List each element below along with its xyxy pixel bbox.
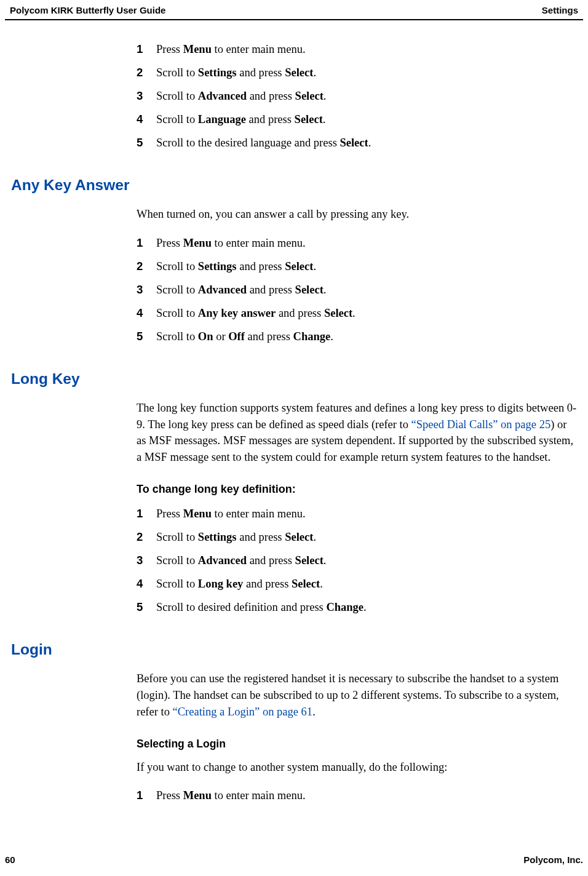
step-text: Scroll to Settings and press Select.: [156, 526, 577, 549]
subheading-selecting-login: Selecting a Login: [137, 738, 577, 751]
list-item: 3Scroll to Advanced and press Select.: [137, 278, 577, 301]
list-item: 1Press Menu to enter main menu.: [137, 231, 577, 255]
step-number: 4: [137, 301, 156, 324]
list-item: 2Scroll to Settings and press Select.: [137, 255, 577, 278]
list-item: 4Scroll to Any key answer and press Sele…: [137, 301, 577, 325]
heading-login: Login: [11, 641, 577, 658]
list-item: 3Scroll to Advanced and press Select.: [137, 549, 577, 572]
step-text: Scroll to Settings and press Select.: [156, 62, 577, 84]
company-name: Polycom, Inc.: [523, 854, 583, 865]
step-text: Scroll to Advanced and press Select.: [156, 279, 577, 301]
xref-link[interactable]: “Speed Dial Calls” on page 25: [411, 418, 551, 431]
step-number: 2: [137, 255, 156, 277]
step-text: Scroll to Long key and press Select.: [156, 573, 577, 595]
page-content: 1Press Menu to enter main menu. 2Scroll …: [0, 20, 588, 807]
step-text: Scroll to Language and press Select.: [156, 108, 577, 131]
step-number: 5: [137, 595, 156, 618]
list-item: 5Scroll to On or Off and press Change.: [137, 325, 577, 348]
list-item: 1Press Menu to enter main menu.: [137, 38, 577, 61]
page-footer: 60 Polycom, Inc.: [5, 854, 583, 865]
step-number: 5: [137, 325, 156, 348]
language-steps: 1Press Menu to enter main menu. 2Scroll …: [137, 38, 577, 154]
text: .: [312, 706, 316, 718]
step-text: Press Menu to enter main menu.: [156, 503, 577, 525]
heading-long-key: Long Key: [11, 370, 577, 388]
subheading-change-longkey: To change long key definition:: [137, 483, 577, 496]
step-text: Scroll to Advanced and press Select.: [156, 85, 577, 108]
step-text: Scroll to Settings and press Select.: [156, 255, 577, 278]
step-number: 3: [137, 278, 156, 301]
heading-any-key-answer: Any Key Answer: [11, 177, 577, 194]
list-item: 5Scroll to the desired language and pres…: [137, 131, 577, 154]
step-text: Scroll to the desired language and press…: [156, 132, 577, 154]
longkey-steps: 1Press Menu to enter main menu. 2Scroll …: [137, 502, 577, 619]
step-text: Press Menu to enter main menu.: [156, 232, 577, 255]
step-number: 2: [137, 525, 156, 548]
step-number: 3: [137, 549, 156, 571]
step-number: 5: [137, 131, 156, 154]
step-number: 1: [137, 38, 156, 60]
page-number: 60: [5, 854, 15, 865]
list-item: 5Scroll to desired definition and press …: [137, 595, 577, 619]
paragraph: If you want to change to another system …: [137, 759, 577, 776]
step-text: Scroll to desired definition and press C…: [156, 596, 577, 619]
step-text: Press Menu to enter main menu.: [156, 38, 577, 61]
doc-section: Settings: [542, 5, 578, 15]
login-steps: 1Press Menu to enter main menu.: [137, 784, 577, 807]
list-item: 4Scroll to Long key and press Select.: [137, 572, 577, 595]
step-number: 3: [137, 84, 156, 107]
step-number: 2: [137, 61, 156, 84]
step-text: Press Menu to enter main menu.: [156, 784, 577, 807]
step-text: Scroll to Any key answer and press Selec…: [156, 302, 577, 325]
paragraph: The long key function supports system fe…: [137, 400, 577, 466]
step-text: Scroll to On or Off and press Change.: [156, 325, 577, 348]
xref-link[interactable]: “Creating a Login” on page 61: [173, 706, 313, 718]
list-item: 2Scroll to Settings and press Select.: [137, 525, 577, 549]
anykey-steps: 1Press Menu to enter main menu. 2Scroll …: [137, 231, 577, 348]
list-item: 2Scroll to Settings and press Select.: [137, 61, 577, 84]
list-item: 1Press Menu to enter main menu.: [137, 502, 577, 525]
list-item: 3Scroll to Advanced and press Select.: [137, 84, 577, 108]
step-number: 1: [137, 502, 156, 525]
paragraph: When turned on, you can answer a call by…: [137, 206, 577, 223]
page-header: Polycom KIRK Butterfly User Guide Settin…: [5, 0, 583, 20]
step-number: 4: [137, 108, 156, 130]
step-number: 4: [137, 572, 156, 595]
list-item: 4Scroll to Language and press Select.: [137, 108, 577, 131]
list-item: 1Press Menu to enter main menu.: [137, 784, 577, 807]
doc-title: Polycom KIRK Butterfly User Guide: [10, 5, 165, 15]
paragraph: Before you can use the registered handse…: [137, 671, 577, 720]
step-number: 1: [137, 784, 156, 806]
step-text: Scroll to Advanced and press Select.: [156, 549, 577, 572]
step-number: 1: [137, 231, 156, 254]
